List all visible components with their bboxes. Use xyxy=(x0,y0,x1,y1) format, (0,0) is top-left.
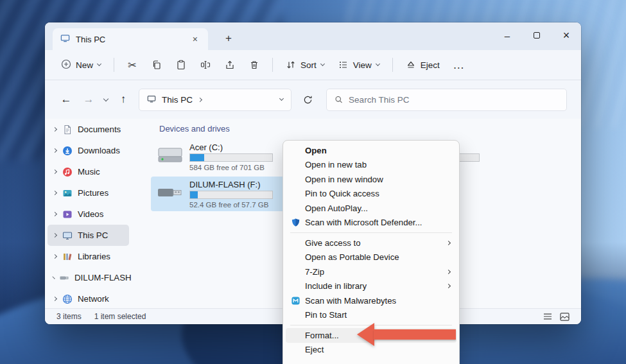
tab-title: This PC xyxy=(76,35,105,44)
tab-close-button[interactable]: × xyxy=(190,34,200,44)
menu-item-open[interactable]: Open xyxy=(286,143,456,158)
menu-item-label: Open AutoPlay... xyxy=(305,204,368,213)
submenu-chevron-icon xyxy=(446,284,451,288)
menu-item-7-zip[interactable]: 7-Zip xyxy=(286,264,456,279)
rename-button[interactable] xyxy=(195,55,216,75)
copy-icon xyxy=(152,60,162,70)
menu-item-pin-to-start[interactable]: Pin to Start xyxy=(286,308,456,323)
sidebar-item-videos[interactable]: Videos xyxy=(48,204,129,225)
cut-button[interactable]: ✂ xyxy=(121,55,143,75)
sidebar-item-network[interactable]: Network xyxy=(48,288,129,309)
monitor-icon xyxy=(60,33,70,45)
new-button-label: New xyxy=(76,60,93,70)
chevron-down-icon xyxy=(320,62,325,66)
sort-button[interactable]: Sort xyxy=(280,56,330,74)
history-chevron-icon[interactable] xyxy=(103,96,109,101)
expander-chevron-icon[interactable] xyxy=(53,297,57,301)
sidebar-item-label: Music xyxy=(78,167,100,177)
expander-chevron-icon[interactable] xyxy=(53,127,57,132)
menu-item-open-in-new-window[interactable]: Open in new window xyxy=(286,172,456,187)
menu-item-label: Open xyxy=(305,146,327,155)
menu-item-include-in-library[interactable]: Include in library xyxy=(286,279,456,294)
sidebar-item-downloads[interactable]: Downloads xyxy=(48,140,129,161)
expander-chevron-icon[interactable] xyxy=(53,169,57,174)
red-arrow-annotation-tail xyxy=(374,329,456,340)
expander-chevron-icon[interactable] xyxy=(53,254,57,259)
pictures-icon xyxy=(62,188,73,198)
sidebar-item-label: This PC xyxy=(78,230,108,240)
expander-chevron-icon[interactable] xyxy=(53,212,57,216)
search-input[interactable] xyxy=(349,95,559,105)
chevron-down-icon xyxy=(376,62,380,66)
menu-item-open-as-portable-device[interactable]: Open as Portable Device xyxy=(286,250,456,265)
expander-chevron-icon[interactable] xyxy=(52,276,55,279)
details-view-icon[interactable] xyxy=(543,313,552,320)
breadcrumb[interactable]: This PC xyxy=(162,95,193,105)
sidebar-item-pictures[interactable]: Pictures xyxy=(48,182,129,204)
chevron-down-icon xyxy=(97,62,101,66)
explorer-tab[interactable]: This PC × xyxy=(53,28,208,50)
eject-button-label: Eject xyxy=(421,60,440,70)
expander-chevron-icon[interactable] xyxy=(53,191,57,195)
eject-icon xyxy=(406,60,416,70)
menu-item-give-access-to[interactable]: Give access to xyxy=(286,236,456,250)
search-box[interactable] xyxy=(326,89,567,111)
red-arrow-annotation xyxy=(357,323,374,346)
sidebar-item-label: DILUM-FLASH xyxy=(74,273,132,282)
menu-item-open-in-new-tab[interactable]: Open in new tab xyxy=(286,158,456,173)
new-tab-button[interactable]: + xyxy=(220,30,238,47)
new-button[interactable]: New xyxy=(55,55,107,75)
search-icon xyxy=(335,95,343,104)
share-button[interactable] xyxy=(219,55,241,75)
breadcrumb-chevron-icon[interactable] xyxy=(198,97,202,101)
eject-button[interactable]: Eject xyxy=(400,56,446,74)
sidebar-item-documents[interactable]: Documents xyxy=(48,119,129,140)
menu-item-label: Open as Portable Device xyxy=(305,252,399,262)
up-button[interactable]: ↑ xyxy=(116,93,130,106)
hard-drive-icon xyxy=(156,143,184,168)
menu-item-pin-to-quick-access[interactable]: Pin to Quick access xyxy=(286,187,456,202)
drive-caption: 584 GB free of 701 GB xyxy=(189,164,273,171)
more-options-button[interactable]: … xyxy=(448,55,470,75)
close-button[interactable]: × xyxy=(552,22,581,48)
copy-button[interactable] xyxy=(146,55,168,75)
network-icon xyxy=(62,294,73,304)
navigation-pane: Documents Downloads Music Pictures xyxy=(45,119,132,308)
back-button[interactable]: ← xyxy=(59,93,73,106)
view-button-label: View xyxy=(353,60,372,70)
menu-item-label: Scan with Malwarebytes xyxy=(305,296,396,306)
menu-item-label: Give access to xyxy=(305,238,361,248)
defender-icon xyxy=(291,218,305,227)
expander-chevron-icon[interactable] xyxy=(53,148,57,153)
menu-item-scan-with-malwarebytes[interactable]: Scan with Malwarebytes xyxy=(286,293,456,308)
minimize-button[interactable]: – xyxy=(492,22,522,48)
sidebar-item-dilum-flash[interactable]: DILUM-FLASH xyxy=(48,267,129,288)
delete-button[interactable] xyxy=(243,55,265,75)
navigation-bar: ← → ↑ This PC xyxy=(45,80,581,119)
menu-item-label: Pin to Quick access xyxy=(305,189,379,198)
menu-item-open-autoplay[interactable]: Open AutoPlay... xyxy=(286,201,456,216)
view-toggles xyxy=(543,313,569,321)
refresh-button[interactable] xyxy=(300,95,315,105)
toolbar-divider xyxy=(272,58,273,72)
menu-item-label: Format... xyxy=(305,331,339,340)
drive-usage-fill xyxy=(190,154,204,161)
maximize-button[interactable] xyxy=(522,22,552,48)
selection-count: 1 item selected xyxy=(94,312,146,321)
menu-item-scan-with-microsoft-defender[interactable]: Scan with Microsoft Defender... xyxy=(286,216,456,230)
maximize-icon xyxy=(534,32,540,39)
view-button[interactable]: View xyxy=(333,56,385,74)
submenu-chevron-icon xyxy=(446,241,451,245)
drive-usage-fill xyxy=(190,191,198,198)
group-header-devices-and-drives[interactable]: Devices and drives xyxy=(159,124,230,134)
forward-button[interactable]: → xyxy=(82,93,96,106)
address-bar[interactable]: This PC xyxy=(139,89,291,111)
expander-chevron-icon[interactable] xyxy=(53,233,57,238)
paste-button[interactable] xyxy=(170,55,192,75)
sidebar-item-libraries[interactable]: Libraries xyxy=(48,246,129,267)
sidebar-item-this-pc[interactable]: This PC xyxy=(48,225,129,246)
thumbnail-view-icon[interactable] xyxy=(560,313,569,321)
menu-item-label: Eject xyxy=(305,345,324,354)
address-dropdown-icon[interactable] xyxy=(279,96,284,101)
sidebar-item-music[interactable]: Music xyxy=(48,161,129,182)
